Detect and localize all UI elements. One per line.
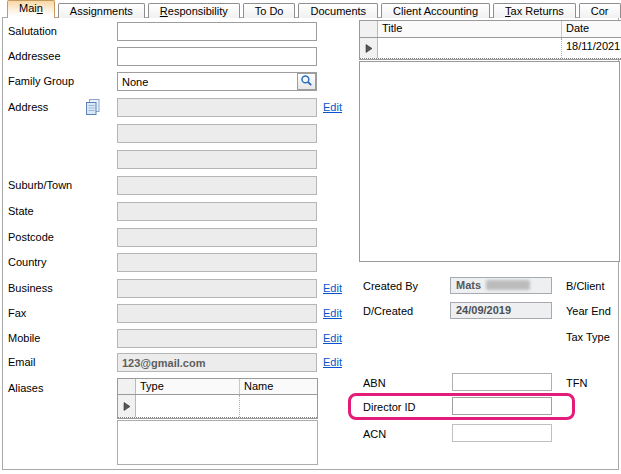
- documents-cell-title[interactable]: [378, 38, 562, 58]
- form-row-salutation: Salutation: [8, 22, 356, 41]
- search-icon: [300, 74, 313, 87]
- documents-header-title: Title: [378, 21, 562, 37]
- tab-strip: MainAssignmentsResponsibilityTo DoDocume…: [7, 1, 621, 18]
- aliases-label: Aliases: [8, 382, 43, 394]
- tab-label: To Do: [255, 5, 284, 17]
- postcode-label: Postcode: [8, 231, 54, 243]
- aliases-header-selector-cell: [118, 379, 136, 394]
- form-row-mobile: MobileEdit: [8, 329, 356, 348]
- email-input: [117, 353, 317, 372]
- d-created-label: D/Created: [363, 305, 413, 317]
- fax-edit-link[interactable]: Edit: [323, 307, 342, 319]
- fax-label: Fax: [8, 307, 26, 319]
- address-1-edit-link[interactable]: Edit: [323, 101, 342, 113]
- address-3-input: [117, 150, 317, 169]
- family-group-search-button[interactable]: [297, 73, 316, 90]
- tab-label: Documents: [310, 5, 366, 17]
- aliases-cell-type[interactable]: [136, 395, 240, 417]
- d-created-value: 24/09/2019: [456, 304, 511, 316]
- business-input: [117, 279, 317, 298]
- aliases-cell-name[interactable]: [240, 395, 317, 417]
- addressee-input[interactable]: [117, 47, 317, 66]
- suburb-town-label: Suburb/Town: [8, 179, 72, 191]
- documents-row[interactable]: 18/11/2021: [360, 38, 621, 59]
- business-label: Business: [8, 282, 53, 294]
- form-row-addressee: Addressee: [8, 47, 356, 66]
- copy-address-icon[interactable]: [84, 98, 102, 116]
- b-client-label: B/Client: [566, 280, 605, 292]
- tax-type-label: Tax Type: [566, 331, 610, 343]
- form-row-fax: FaxEdit: [8, 304, 356, 323]
- row-selector-arrow-icon[interactable]: [118, 395, 136, 417]
- year-end-label: Year End: [566, 305, 611, 317]
- aliases-header-type: Type: [136, 379, 240, 394]
- form-row-postcode: Postcode: [8, 228, 356, 247]
- tab-label: Client Accounting: [393, 5, 478, 17]
- form-row-email: EmailEdit: [8, 353, 356, 372]
- mobile-input: [117, 329, 317, 348]
- abn-input[interactable]: [452, 373, 552, 391]
- email-edit-link[interactable]: Edit: [323, 356, 342, 368]
- director-id-input[interactable]: [452, 397, 552, 415]
- tab-label: Tax Returns: [505, 5, 564, 17]
- created-by-field: Mats: [450, 277, 552, 294]
- created-by-label: Created By: [363, 280, 418, 292]
- family-group-input[interactable]: [117, 72, 317, 91]
- abn-label: ABN: [363, 377, 386, 389]
- tab-label: Assignments: [70, 5, 133, 17]
- form-row-suburb-town: Suburb/Town: [8, 176, 356, 195]
- business-edit-link[interactable]: Edit: [323, 282, 342, 294]
- tab-label: Cor: [591, 5, 609, 17]
- documents-grid-header: Title Date: [360, 21, 621, 38]
- acn-input[interactable]: [452, 424, 552, 442]
- mobile-edit-link[interactable]: Edit: [323, 332, 342, 344]
- tab-cor[interactable]: Cor: [579, 3, 621, 18]
- form-row-address-1: AddressEdit: [8, 98, 356, 117]
- fax-input: [117, 304, 317, 323]
- tab-label: Main: [19, 2, 43, 14]
- documents-header-selector-cell: [360, 21, 378, 37]
- redacted-text: [486, 280, 530, 290]
- aliases-grid-header: Type Name: [118, 379, 317, 395]
- documents-grid-empty-area: [359, 61, 620, 262]
- director-id-label: Director ID: [363, 401, 416, 413]
- tab-assignments[interactable]: Assignments: [58, 3, 145, 18]
- country-label: Country: [8, 256, 47, 268]
- address-2-input: [117, 124, 317, 143]
- mobile-label: Mobile: [8, 332, 40, 344]
- tab-main[interactable]: Main: [7, 0, 55, 18]
- address-1-input: [117, 98, 317, 117]
- created-by-value: Mats: [456, 279, 481, 291]
- aliases-grid[interactable]: Type Name: [117, 378, 318, 419]
- form-row-address-3: [8, 150, 356, 169]
- d-created-field: 24/09/2019: [450, 302, 552, 319]
- tab-client-accounting[interactable]: Client Accounting: [381, 3, 490, 18]
- family-group-label: Family Group: [8, 75, 74, 87]
- tab-to-do[interactable]: To Do: [243, 3, 296, 18]
- tab-label: Responsibility: [160, 5, 228, 17]
- documents-header-date: Date: [562, 21, 621, 37]
- email-label: Email: [8, 356, 36, 368]
- form-row-family-group: Family Group: [8, 72, 356, 91]
- tab-documents[interactable]: Documents: [298, 3, 378, 18]
- row-selector-arrow-icon[interactable]: [360, 38, 378, 58]
- tfn-label: TFN: [566, 377, 587, 389]
- acn-label: ACN: [363, 428, 386, 440]
- tab-tax-returns[interactable]: Tax Returns: [493, 3, 576, 18]
- state-label: State: [8, 205, 34, 217]
- aliases-row[interactable]: [118, 395, 317, 418]
- tab-responsibility[interactable]: Responsibility: [148, 3, 240, 18]
- postcode-input: [117, 228, 317, 247]
- documents-grid[interactable]: Title Date 18/11/2021: [359, 20, 621, 60]
- aliases-header-name: Name: [240, 379, 317, 394]
- client-details-window: MainAssignmentsResponsibilityTo DoDocume…: [0, 0, 621, 474]
- addressee-label: Addressee: [8, 50, 61, 62]
- documents-cell-date[interactable]: 18/11/2021: [562, 38, 621, 58]
- state-input: [117, 202, 317, 221]
- form-row-country: Country: [8, 253, 356, 272]
- salutation-label: Salutation: [8, 25, 57, 37]
- form-row-state: State: [8, 202, 356, 221]
- address-1-label: Address: [8, 101, 48, 113]
- salutation-input[interactable]: [117, 22, 317, 41]
- form-row-business: BusinessEdit: [8, 279, 356, 298]
